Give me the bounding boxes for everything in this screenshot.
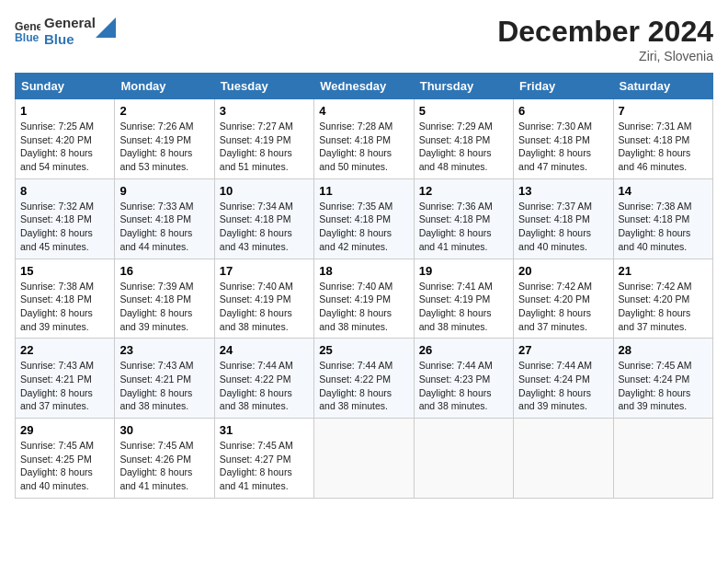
day-detail-w3-d0: Sunrise: 7:43 AMSunset: 4:21 PMDaylight:… [20, 359, 109, 413]
cell-w4-d0: 29Sunrise: 7:45 AMSunset: 4:25 PMDayligh… [16, 419, 115, 499]
day-num-w1-d5: 13 [518, 184, 608, 198]
day-detail-w0-d1: Sunrise: 7:26 AMSunset: 4:19 PMDaylight:… [119, 120, 209, 174]
cell-w1-d1: 9Sunrise: 7:33 AMSunset: 4:18 PMDaylight… [115, 178, 214, 259]
cell-w3-d1: 23Sunrise: 7:43 AMSunset: 4:21 PMDayligh… [115, 339, 214, 419]
day-detail-w2-d1: Sunrise: 7:39 AMSunset: 4:18 PMDaylight:… [119, 280, 209, 334]
cell-w4-d5 [514, 419, 613, 499]
cell-w0-d2: 3Sunrise: 7:27 AMSunset: 4:19 PMDaylight… [214, 99, 313, 179]
week-row-3: 22Sunrise: 7:43 AMSunset: 4:21 PMDayligh… [16, 339, 713, 419]
day-detail-w4-d0: Sunrise: 7:45 AMSunset: 4:25 PMDaylight:… [20, 439, 109, 493]
day-num-w3-d2: 24 [220, 343, 309, 357]
day-detail-w3-d6: Sunrise: 7:45 AMSunset: 4:24 PMDaylight:… [619, 359, 708, 413]
day-detail-w0-d3: Sunrise: 7:28 AMSunset: 4:18 PMDaylight:… [319, 120, 408, 174]
day-num-w3-d0: 22 [20, 343, 109, 357]
cell-w0-d4: 5Sunrise: 7:29 AMSunset: 4:18 PMDaylight… [414, 99, 513, 179]
day-detail-w3-d2: Sunrise: 7:44 AMSunset: 4:22 PMDaylight:… [220, 359, 309, 413]
day-detail-w3-d1: Sunrise: 7:43 AMSunset: 4:21 PMDaylight:… [119, 359, 209, 413]
week-row-0: 1Sunrise: 7:25 AMSunset: 4:20 PMDaylight… [16, 99, 713, 179]
day-num-w2-d5: 20 [518, 264, 608, 278]
cell-w2-d4: 19Sunrise: 7:41 AMSunset: 4:19 PMDayligh… [414, 259, 513, 339]
cell-w3-d5: 27Sunrise: 7:44 AMSunset: 4:24 PMDayligh… [514, 339, 613, 419]
day-detail-w1-d1: Sunrise: 7:33 AMSunset: 4:18 PMDaylight:… [119, 200, 209, 254]
day-num-w4-d1: 30 [119, 423, 209, 437]
cell-w4-d6 [613, 419, 712, 499]
cell-w1-d3: 11Sunrise: 7:35 AMSunset: 4:18 PMDayligh… [314, 178, 414, 259]
day-num-w0-d2: 3 [220, 104, 309, 118]
day-num-w0-d1: 2 [119, 104, 209, 118]
svg-marker-3 [96, 17, 116, 38]
logo-icon: General Blue [15, 18, 40, 44]
day-num-w3-d6: 28 [619, 343, 708, 357]
col-sunday: Sunday [16, 74, 115, 99]
cell-w0-d0: 1Sunrise: 7:25 AMSunset: 4:20 PMDaylight… [16, 99, 115, 179]
page-header: General Blue General Blue December 2024 … [15, 15, 713, 63]
day-num-w2-d4: 19 [419, 264, 508, 278]
day-num-w3-d5: 27 [518, 343, 608, 357]
day-num-w2-d2: 17 [220, 264, 309, 278]
day-detail-w4-d2: Sunrise: 7:45 AMSunset: 4:27 PMDaylight:… [220, 439, 309, 493]
week-row-4: 29Sunrise: 7:45 AMSunset: 4:25 PMDayligh… [16, 419, 713, 499]
logo: General Blue General Blue [15, 15, 116, 48]
week-row-2: 15Sunrise: 7:38 AMSunset: 4:18 PMDayligh… [16, 259, 713, 339]
day-detail-w3-d5: Sunrise: 7:44 AMSunset: 4:24 PMDaylight:… [518, 359, 608, 413]
day-detail-w0-d0: Sunrise: 7:25 AMSunset: 4:20 PMDaylight:… [20, 120, 109, 174]
day-num-w2-d6: 21 [619, 264, 708, 278]
cell-w4-d2: 31Sunrise: 7:45 AMSunset: 4:27 PMDayligh… [214, 419, 313, 499]
cell-w2-d0: 15Sunrise: 7:38 AMSunset: 4:18 PMDayligh… [16, 259, 115, 339]
col-tuesday: Tuesday [214, 74, 313, 99]
day-num-w4-d0: 29 [20, 423, 109, 437]
cell-w0-d3: 4Sunrise: 7:28 AMSunset: 4:18 PMDaylight… [314, 99, 414, 179]
day-num-w1-d0: 8 [20, 184, 109, 198]
cell-w2-d5: 20Sunrise: 7:42 AMSunset: 4:20 PMDayligh… [514, 259, 613, 339]
day-num-w1-d3: 11 [319, 184, 408, 198]
day-num-w0-d5: 6 [518, 104, 608, 118]
cell-w4-d1: 30Sunrise: 7:45 AMSunset: 4:26 PMDayligh… [115, 419, 214, 499]
cell-w1-d4: 12Sunrise: 7:36 AMSunset: 4:18 PMDayligh… [414, 178, 513, 259]
cell-w1-d5: 13Sunrise: 7:37 AMSunset: 4:18 PMDayligh… [514, 178, 613, 259]
day-num-w2-d1: 16 [119, 264, 209, 278]
header-row: Sunday Monday Tuesday Wednesday Thursday… [16, 74, 713, 99]
day-detail-w2-d2: Sunrise: 7:40 AMSunset: 4:19 PMDaylight:… [220, 280, 309, 334]
cell-w2-d1: 16Sunrise: 7:39 AMSunset: 4:18 PMDayligh… [115, 259, 214, 339]
cell-w3-d3: 25Sunrise: 7:44 AMSunset: 4:22 PMDayligh… [314, 339, 414, 419]
day-num-w1-d2: 10 [220, 184, 309, 198]
day-detail-w1-d2: Sunrise: 7:34 AMSunset: 4:18 PMDaylight:… [220, 200, 309, 254]
day-detail-w3-d4: Sunrise: 7:44 AMSunset: 4:23 PMDaylight:… [419, 359, 508, 413]
cell-w4-d3 [314, 419, 414, 499]
day-num-w4-d2: 31 [220, 423, 309, 437]
cell-w3-d4: 26Sunrise: 7:44 AMSunset: 4:23 PMDayligh… [414, 339, 513, 419]
day-detail-w2-d3: Sunrise: 7:40 AMSunset: 4:19 PMDaylight:… [319, 280, 408, 334]
day-num-w0-d4: 5 [419, 104, 508, 118]
day-detail-w0-d2: Sunrise: 7:27 AMSunset: 4:19 PMDaylight:… [220, 120, 309, 174]
day-detail-w2-d6: Sunrise: 7:42 AMSunset: 4:20 PMDaylight:… [619, 280, 708, 334]
col-thursday: Thursday [414, 74, 513, 99]
day-num-w1-d1: 9 [119, 184, 209, 198]
title-block: December 2024 Ziri, Slovenia [497, 15, 713, 63]
day-detail-w1-d4: Sunrise: 7:36 AMSunset: 4:18 PMDaylight:… [419, 200, 508, 254]
cell-w3-d6: 28Sunrise: 7:45 AMSunset: 4:24 PMDayligh… [613, 339, 712, 419]
day-detail-w1-d3: Sunrise: 7:35 AMSunset: 4:18 PMDaylight:… [319, 200, 408, 254]
day-detail-w2-d5: Sunrise: 7:42 AMSunset: 4:20 PMDaylight:… [518, 280, 608, 334]
cell-w4-d4 [414, 419, 513, 499]
day-detail-w1-d0: Sunrise: 7:32 AMSunset: 4:18 PMDaylight:… [20, 200, 109, 254]
month-title: December 2024 [497, 15, 713, 49]
day-detail-w0-d4: Sunrise: 7:29 AMSunset: 4:18 PMDaylight:… [419, 120, 508, 174]
day-detail-w1-d6: Sunrise: 7:38 AMSunset: 4:18 PMDaylight:… [619, 200, 708, 254]
cell-w1-d0: 8Sunrise: 7:32 AMSunset: 4:18 PMDaylight… [16, 178, 115, 259]
logo-blue: Blue [44, 31, 96, 48]
day-num-w3-d3: 25 [319, 343, 408, 357]
col-wednesday: Wednesday [314, 74, 414, 99]
cell-w0-d1: 2Sunrise: 7:26 AMSunset: 4:19 PMDaylight… [115, 99, 214, 179]
col-monday: Monday [115, 74, 214, 99]
cell-w0-d5: 6Sunrise: 7:30 AMSunset: 4:18 PMDaylight… [514, 99, 613, 179]
location: Ziri, Slovenia [497, 49, 713, 63]
cell-w3-d2: 24Sunrise: 7:44 AMSunset: 4:22 PMDayligh… [214, 339, 313, 419]
day-num-w3-d1: 23 [119, 343, 209, 357]
week-row-1: 8Sunrise: 7:32 AMSunset: 4:18 PMDaylight… [16, 178, 713, 259]
day-detail-w4-d1: Sunrise: 7:45 AMSunset: 4:26 PMDaylight:… [119, 439, 209, 493]
cell-w2-d2: 17Sunrise: 7:40 AMSunset: 4:19 PMDayligh… [214, 259, 313, 339]
day-detail-w0-d5: Sunrise: 7:30 AMSunset: 4:18 PMDaylight:… [518, 120, 608, 174]
cell-w0-d6: 7Sunrise: 7:31 AMSunset: 4:18 PMDaylight… [613, 99, 712, 179]
day-num-w0-d3: 4 [319, 104, 408, 118]
cell-w3-d0: 22Sunrise: 7:43 AMSunset: 4:21 PMDayligh… [16, 339, 115, 419]
